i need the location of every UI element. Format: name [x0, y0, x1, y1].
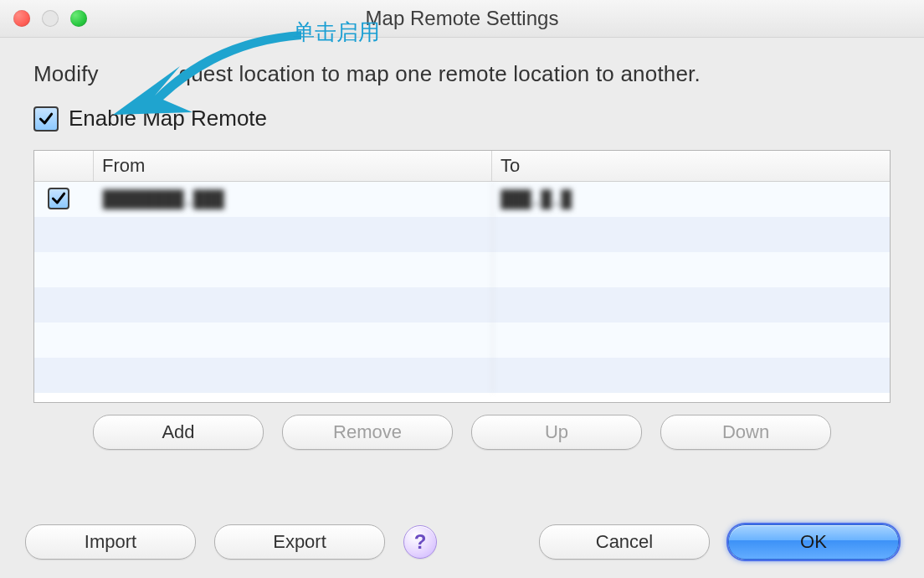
- window-title: Map Remote Settings: [0, 0, 924, 37]
- up-button[interactable]: Up: [471, 415, 642, 450]
- close-icon[interactable]: [13, 10, 30, 27]
- col-to-header[interactable]: To: [492, 151, 890, 181]
- table-row[interactable]: ████████.███ ███.█.█: [34, 182, 890, 217]
- row-enabled-checkbox[interactable]: [48, 188, 69, 209]
- row-from-value: ████████.███: [95, 182, 492, 217]
- intro-text: Modify y the request location to map one…: [33, 61, 891, 87]
- help-button[interactable]: ?: [403, 525, 437, 559]
- col-from-header[interactable]: From: [94, 151, 492, 181]
- import-button[interactable]: Import: [25, 524, 196, 560]
- mappings-table: From To ████████.███ ███.█.█: [33, 150, 891, 403]
- minimize-icon: [42, 10, 59, 27]
- table-row[interactable]: [34, 252, 890, 287]
- zoom-icon[interactable]: [70, 10, 87, 27]
- cancel-button[interactable]: Cancel: [539, 524, 710, 560]
- table-row[interactable]: [34, 217, 890, 252]
- table-row[interactable]: [34, 358, 890, 393]
- window-titlebar: Map Remote Settings: [0, 0, 924, 38]
- table-row[interactable]: [34, 287, 890, 323]
- export-button[interactable]: Export: [214, 524, 385, 560]
- intro-suffix: quest location to map one remote locatio…: [179, 61, 701, 86]
- col-enabled-header[interactable]: [34, 151, 94, 181]
- ok-button[interactable]: OK: [728, 524, 899, 560]
- table-row[interactable]: [34, 323, 890, 358]
- add-button[interactable]: Add: [93, 415, 264, 450]
- remove-button[interactable]: Remove: [282, 415, 453, 450]
- row-to-value: ███.█.█: [492, 182, 891, 217]
- down-button[interactable]: Down: [660, 415, 831, 450]
- enable-map-remote-label: Enable Map Remote: [69, 106, 267, 132]
- enable-map-remote-checkbox[interactable]: [33, 106, 59, 132]
- intro-prefix: Modify: [33, 61, 99, 86]
- traffic-lights: [13, 10, 87, 27]
